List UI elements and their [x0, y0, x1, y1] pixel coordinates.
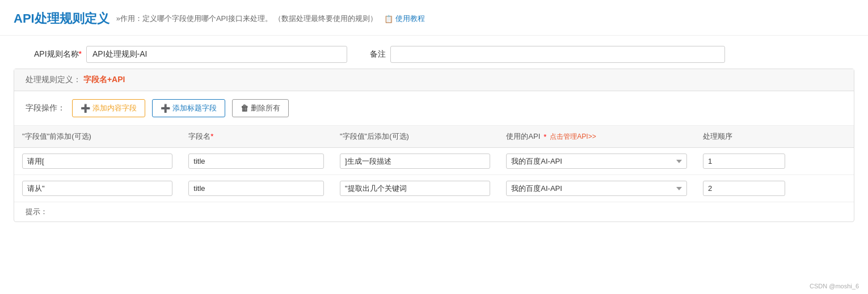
footer-note: CSDN @moshi_6 [810, 283, 859, 289]
page-header: API处理规则定义 »作用：定义哪个字段使用哪个API接口来处理。 （数据处理最… [0, 0, 868, 36]
add-title-label: 添加标题字段 [172, 103, 217, 113]
manage-api-link[interactable]: 点击管理API>> [550, 132, 596, 142]
page-subtitle: »作用：定义哪个字段使用哪个API接口来处理。 （数据处理最终要使用的规则） [116, 14, 378, 24]
rules-table: "字段值"前添加(可选) 字段名* "字段值"后添加(可选) 使用的API * … [14, 126, 854, 202]
plus-icon: ➕ [81, 104, 90, 113]
rules-container: 处理规则定义： 字段名+API 字段操作： ➕ 添加内容字段 ➕ 添加标题字段 … [14, 69, 854, 222]
trash-icon: 🗑 [241, 104, 248, 113]
form-section: API规则名称* 备注 [0, 36, 868, 69]
order-input-1[interactable] [703, 181, 785, 196]
tips-row: 提示： [14, 202, 854, 221]
pre-input-1[interactable] [22, 181, 172, 196]
col-pre-header: "字段值"前添加(可选) [14, 126, 180, 148]
action-cell-0 [793, 148, 854, 175]
col-order-header: 处理顺序 [695, 126, 793, 148]
table-row: 我的百度AI-API其他API接口 [14, 148, 854, 175]
table-header-row: "字段值"前添加(可选) 字段名* "字段值"后添加(可选) 使用的API * … [14, 126, 854, 148]
table-row: 我的百度AI-API其他API接口 [14, 175, 854, 202]
col-action-header [793, 126, 854, 148]
api-name-input[interactable] [86, 46, 347, 63]
remark-label: 备注 [370, 49, 386, 59]
delete-all-button[interactable]: 🗑 删除所有 [232, 99, 289, 117]
add-content-label: 添加内容字段 [92, 103, 137, 113]
field-input-1[interactable] [188, 181, 324, 196]
api-select-0[interactable]: 我的百度AI-API其他API接口 [506, 154, 687, 169]
add-content-field-button[interactable]: ➕ 添加内容字段 [72, 99, 145, 117]
field-ops-label: 字段操作： [26, 103, 65, 113]
tutorial-link[interactable]: 📋 使用教程 [384, 14, 425, 24]
rules-header-value: 字段名+API [83, 75, 125, 84]
page-title: API处理规则定义 [14, 10, 109, 27]
delete-all-label: 删除所有 [251, 103, 280, 113]
col-api-header: 使用的API * 点击管理API>> [498, 126, 695, 148]
col-field-header: 字段名* [180, 126, 332, 148]
pre-input-0[interactable] [22, 154, 172, 169]
tutorial-icon: 📋 [384, 15, 393, 23]
order-input-0[interactable] [703, 154, 785, 169]
col-post-header: "字段值"后添加(可选) [332, 126, 498, 148]
api-name-label: API规则名称* [34, 49, 82, 59]
plus-icon-blue: ➕ [161, 104, 170, 113]
action-cell-1 [793, 175, 854, 202]
tutorial-label: 使用教程 [395, 14, 425, 24]
api-name-group: API规则名称* [34, 46, 347, 63]
remark-input[interactable] [390, 46, 725, 63]
tips-label: 提示： [26, 207, 48, 216]
post-input-0[interactable] [340, 154, 490, 169]
remark-group: 备注 [370, 46, 834, 63]
add-title-field-button[interactable]: ➕ 添加标题字段 [152, 99, 225, 117]
rules-header: 处理规则定义： 字段名+API [14, 69, 854, 91]
api-select-1[interactable]: 我的百度AI-API其他API接口 [506, 181, 687, 196]
field-input-0[interactable] [188, 154, 324, 169]
rules-header-label: 处理规则定义： [26, 75, 81, 84]
post-input-1[interactable] [340, 181, 490, 196]
field-ops: 字段操作： ➕ 添加内容字段 ➕ 添加标题字段 🗑 删除所有 [14, 91, 854, 126]
